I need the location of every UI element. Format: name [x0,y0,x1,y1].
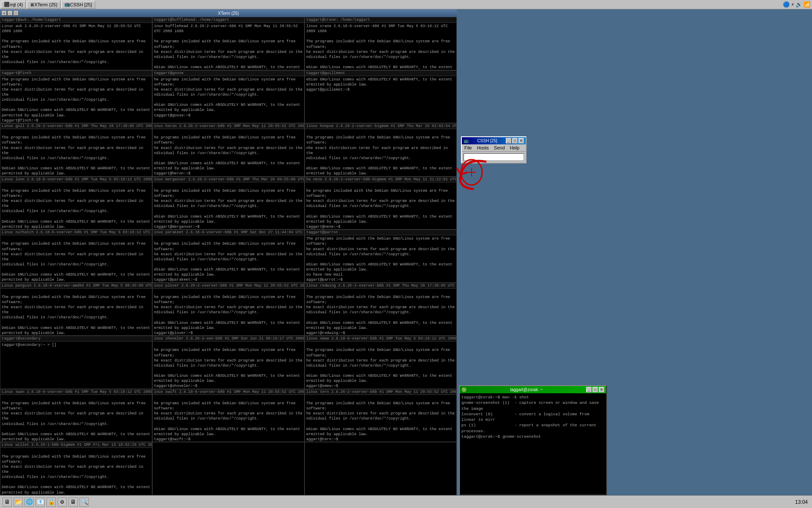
pane-nene: he nene 2.6.26-2-vserver-b8b-bigmem #1 S… [304,177,457,230]
tb-icon-settings[interactable]: ⚙ [58,497,67,507]
pane-swift-header: inux swift 2.6.18-6-vserver-b8b #1 SMP M… [153,389,304,395]
main-area: ✕ — □ XTerm (25) taggart@auk: /home/tagg… [0,9,812,495]
pane-gull: Linux gull 2.6.26-2-vserver-b8b #1 SMP T… [0,123,152,177]
pane-secondary-body[interactable]: taggart@secondary:~ > [] [0,342,152,389]
tb-icon-monitor[interactable]: 🖥 [69,497,78,507]
xterm-title: XTerm (25) [19,11,438,16]
taskbar-btn-cssh-icon: 📺 [64,2,70,7]
tb-icon-search[interactable]: 🔍 [80,497,89,507]
system-tray: 🔵 ⚡ 🔊 📶 [783,0,812,9]
xterm-titlebar: ✕ — □ XTerm (25) [0,9,457,17]
cssh-min-btn[interactable]: _ [506,138,511,144]
pane-smew: linux smew 2.6.18-6-vserver-b8b #1 SMP T… [304,336,457,389]
taskbar-btn-xterm-icon: 🖥 [30,2,34,7]
pane-penguin-body[interactable]: The programs included with the Debian GN… [0,289,152,336]
pane-goose: taggart@goose he programs included with … [152,70,304,124]
pane-guillemot-body[interactable]: ebian GNU/Linux comes with ABSOLUTELY NO… [305,76,456,123]
pane-merganser-header: inux merganser 2.6.26-2-vserver-b8b #1 S… [153,177,304,182]
xterm-max-btn[interactable]: □ [14,11,19,16]
tb-icon-terminal[interactable]: 🖥 [3,497,12,507]
zorak-titlebar: 🟢 taggart@zorak: ~ _ □ ✕ [460,386,606,393]
pane-parakeet-body[interactable]: he programs included with the Debian GNU… [153,235,304,282]
cssh-icon: 📺 [464,138,469,143]
pane-finch: taggart@finch The programs included with… [0,70,152,124]
taskbar-btn-xterm[interactable]: 🖥 XTerm (25) [27,1,60,8]
pane-nene-body[interactable]: he programs included with the Debian GNU… [305,182,456,229]
zorak-min-btn[interactable]: _ [586,387,592,392]
pane-secondary-header: taggart@secondary [0,336,152,342]
tb-icon-email[interactable]: 📧 [36,497,45,507]
pane-plover-header: inux plover 2.6.26-2-vserver-b8b #1 SMP … [153,283,304,289]
pane-nuthatch-header: Linux nuthatch 2.6.18-b-vserver-b8b #1 S… [0,230,152,235]
pane-loon: Linux loon 2.6.18-b-vserver-b8b #1 SMP T… [0,177,152,230]
pane-swan-header: Linux swan 2.6.18-6-vserver-b8b #1 SMP T… [0,389,152,395]
pane-swift: inux swift 2.6.18-6-vserver-b8b #1 SMP M… [152,389,304,442]
pane-parrot-body[interactable]: The programs included with the Debian GN… [305,235,456,282]
zorak-content[interactable]: taggart@zorak:~$ man -k shot gnome-scree… [460,393,606,493]
pane-tern-header: linux tern 2.6.26-2-vserver-b8b #1 SMP M… [305,389,456,395]
pane-redwing-body[interactable]: The programs included with the Debian GN… [305,289,456,336]
pane-gull-header: Linux gull 2.6.26-2-vserver-b8b #1 SMP T… [0,124,152,129]
bluetooth-icon: 🔵 [783,1,790,8]
pane-merganser: inux merganser 2.6.26-2-vserver-b8b #1 S… [152,177,304,230]
tb-icon-browser[interactable]: 🌐 [25,497,34,507]
pane-heron: inux heron 2.6.26-2-vserver-b8b #1 SMP M… [152,123,304,177]
pane-shoveler-body[interactable]: he programs included with the Debian GNU… [153,342,304,389]
pane-tern: linux tern 2.6.26-2-vserver-b8b #1 SMP M… [304,389,457,442]
pane-penguin-header: Linux penguin 2.6.18-6-vserver-amd64 #1 … [0,283,152,289]
pane-swift-body[interactable]: he programs included with the Debian GNU… [153,395,304,442]
zorak-close-btn[interactable]: ✕ [599,387,604,392]
cssh-titlebar: 📺 CSSH [25] _ □ ✕ [462,137,526,144]
pane-finch-body[interactable]: The programs included with the Debian GN… [0,76,152,123]
pane-redwing: linux redwing 2.6.26-2-vserver-b8b #1 SM… [304,283,457,336]
pane-hoopoe-body[interactable]: The programs included with the Debian GN… [305,129,456,176]
pane-swan: Linux swan 2.6.18-6-vserver-b8b #1 SMP T… [0,389,152,442]
cssh-max-btn[interactable]: □ [512,138,518,144]
terminal-grid: taggart@auk: /home/taggart Linux auk 2.6… [0,17,457,495]
pane-bufflehead: taggart@bufflehead: /home/taggart inux b… [152,17,304,70]
pane-parrot-header: taggart@parrot [305,230,456,235]
pane-finch-header: taggart@finch [0,71,152,76]
pane-hoopoe: linux hoopoe 2.6.26-2-vserver-bigmem #1 … [304,123,457,177]
pane-gull-body[interactable]: The programs included with the Debian GN… [0,129,152,176]
pane-loon-body[interactable]: The programs included with the Debian GN… [0,182,152,229]
pane-crane-body[interactable]: linux crane 2.6.18-6-vserver-686 #1 SMP … [305,23,456,70]
zorak-max-btn[interactable]: □ [593,387,598,392]
tb-icon-lock[interactable]: 🔒 [47,497,56,507]
pane-merganser-body[interactable]: he programs included with the Debian GNU… [153,182,304,229]
pane-bufflehead-body[interactable]: inux bufflehead 2.6.26-2-vserver-686 #1 … [153,23,304,70]
pane-secondary: taggart@secondary taggart@secondary:~ > … [0,336,152,389]
pane-crane-header: taggart@crane: /home/taggart [305,17,456,23]
pane-plover-body[interactable]: he programs included with the Debian GNU… [153,289,304,336]
pane-empty-0 [152,442,304,495]
zorak-icon: 🟢 [461,387,466,392]
pane-plover: inux plover 2.6.26-2-vserver-b8b #1 SMP … [152,283,304,336]
pane-guillemot-header: taggart@guillemot [305,71,456,76]
pane-auk-body[interactable]: Linux auk 2.6.26-2-vserver-686 #1 SMP Mo… [0,23,152,70]
taskbar-bottom: 🖥 📂 🌐 📧 🔒 ⚙ 🖥 🔍 13:04 [0,495,812,508]
pane-willet-body[interactable]: The programs included with the Debian GN… [0,448,152,495]
volume-icon: 🔊 [796,1,802,8]
zorak-title: taggart@zorak: ~ [466,387,586,392]
pane-swan-body[interactable]: The programs included with the Debian GN… [0,395,152,442]
pane-smew-header: linux smew 2.6.18-6-vserver-b8b #1 SMP T… [305,336,456,342]
network-icon: 📶 [804,1,810,8]
pane-heron-body[interactable]: he programs included with the Debian GNU… [153,129,304,176]
xterm-close-btn[interactable]: ✕ [2,11,7,16]
tb-icon-files[interactable]: 📂 [14,497,23,507]
taskbar-clock: 13:04 [795,499,810,505]
pane-loon-header: Linux loon 2.6.18-b-vserver-b8b #1 SMP T… [0,177,152,182]
pane-parakeet-header: inux parakeet 2.6.18-6-vserver-b8b #1 SM… [153,230,304,235]
pane-tern-body[interactable]: The programs included with the Debian GN… [305,395,456,442]
pane-nene-header: he nene 2.6.26-2-vserver-b8b-bigmem #1 S… [305,177,456,182]
pane-goose-body[interactable]: he programs included with the Debian GNU… [153,76,304,123]
cssh-close-btn[interactable]: ✕ [518,138,524,144]
xterm-min-btn[interactable]: — [8,11,13,16]
taskbar-btn-cssh[interactable]: 📺 CSSH [25] [61,1,95,8]
pane-nuthatch: Linux nuthatch 2.6.18-b-vserver-b8b #1 S… [0,229,152,283]
pane-smew-body[interactable]: The programs included with the Debian GN… [305,342,456,389]
cssh-menu-help[interactable]: Help [508,144,522,151]
taskbar-btn-mjt[interactable]: ⬛ mjt (4) [1,1,26,8]
pane-nuthatch-body[interactable]: The programs included with the Debian GN… [0,235,152,282]
pane-hoopoe-header: linux hoopoe 2.6.26-2-vserver-bigmem #1 … [305,124,456,129]
